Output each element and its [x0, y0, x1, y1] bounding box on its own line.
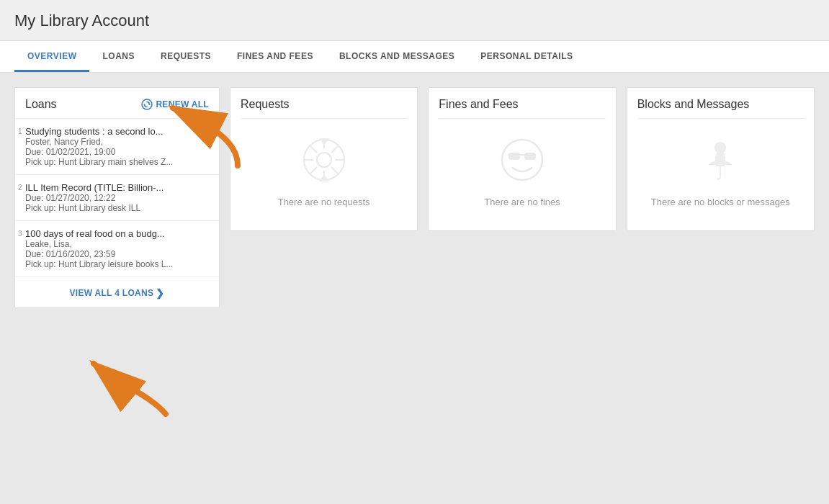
loans-header: Loans RENEW ALL — [15, 88, 219, 119]
requests-empty-icon — [299, 135, 349, 185]
loans-footer: VIEW ALL 4 LOANS ❯ — [15, 277, 219, 307]
loan-item: 2 ILL Item Record (TITLE: Billion-... Du… — [15, 175, 219, 221]
chevron-right-icon: ❯ — [156, 287, 164, 299]
svg-line-12 — [310, 167, 317, 174]
arrow-view-all — [72, 353, 187, 425]
tab-overview[interactable]: OVERVIEW — [14, 41, 89, 72]
loan-title[interactable]: ILL Item Record (TITLE: Billion-... — [25, 182, 209, 193]
svg-point-15 — [502, 140, 542, 180]
header: My Library Account — [0, 0, 829, 41]
renew-all-label: RENEW ALL — [156, 99, 209, 109]
svg-rect-17 — [508, 153, 520, 160]
svg-line-10 — [331, 167, 338, 174]
loan-number: 1 — [18, 127, 22, 135]
loan-number: 2 — [18, 184, 22, 192]
tab-blocks-messages[interactable]: BLOCKS AND MESSAGES — [326, 41, 467, 72]
navigation: OVERVIEW LOANS REQUESTS FINES AND FEES B… — [0, 41, 829, 73]
loan-author: Foster, Nancy Fried, — [25, 137, 209, 147]
svg-marker-2 — [143, 104, 145, 106]
loan-number: 3 — [18, 230, 22, 238]
svg-point-0 — [142, 99, 152, 109]
requests-title: Requests — [241, 98, 407, 119]
page-title: My Library Account — [14, 12, 815, 30]
svg-marker-14 — [319, 138, 329, 145]
svg-marker-13 — [319, 174, 329, 181]
loan-title[interactable]: Studying students : a second lo... — [25, 126, 209, 137]
svg-line-9 — [310, 146, 317, 153]
view-all-label: VIEW ALL 4 LOANS — [69, 288, 153, 298]
svg-point-4 — [317, 153, 331, 167]
view-all-loans-button[interactable]: VIEW ALL 4 LOANS ❯ — [69, 287, 164, 299]
main-content: Loans RENEW ALL 1 Studying students : a … — [0, 73, 829, 323]
svg-marker-1 — [148, 104, 151, 105]
loan-pickup: Pick up: Hunt Library leisure books L... — [25, 259, 209, 269]
blocks-card: Blocks and Messages There are no blocks … — [627, 87, 815, 231]
requests-card: Requests There are no requests — [230, 87, 418, 231]
blocks-empty-icon — [695, 135, 745, 185]
tab-loans[interactable]: LOANS — [89, 41, 148, 72]
loan-pickup: Pick up: Hunt Library main shelves Z... — [25, 157, 209, 167]
fines-title: Fines and Fees — [439, 98, 605, 119]
blocks-empty-text: There are no blocks or messages — [651, 197, 790, 207]
requests-body: There are no requests — [241, 126, 407, 216]
loan-author: Leake, Lisa, — [25, 239, 209, 249]
blocks-title: Blocks and Messages — [637, 98, 804, 119]
tab-requests[interactable]: REQUESTS — [148, 41, 224, 72]
fines-body: There are no fines — [439, 126, 605, 216]
loan-due: Due: 01/27/2020, 12:22 — [25, 193, 209, 203]
loan-item: 3 100 days of real food on a budg... Lea… — [15, 221, 219, 277]
blocks-body: There are no blocks or messages — [637, 126, 804, 216]
renew-all-button[interactable]: RENEW ALL — [141, 99, 209, 110]
svg-line-11 — [331, 146, 338, 153]
fines-card: Fines and Fees There are no fines — [428, 87, 616, 231]
loan-due: Due: 01/02/2021, 19:00 — [25, 147, 209, 157]
loan-item: 1 Studying students : a second lo... Fos… — [15, 119, 219, 175]
tab-personal-details[interactable]: PERSONAL DETAILS — [467, 41, 586, 72]
loan-pickup: Pick up: Hunt Library desk ILL — [25, 203, 209, 213]
loans-title: Loans — [25, 98, 57, 111]
loan-title[interactable]: 100 days of real food on a budg... — [25, 228, 209, 239]
loan-due: Due: 01/16/2020, 23:59 — [25, 249, 209, 259]
tab-fines-fees[interactable]: FINES AND FEES — [224, 41, 326, 72]
fines-empty-text: There are no fines — [484, 197, 560, 207]
loans-card: Loans RENEW ALL 1 Studying students : a … — [14, 87, 220, 308]
svg-rect-18 — [524, 153, 536, 160]
requests-empty-text: There are no requests — [278, 197, 370, 207]
fines-empty-icon — [497, 135, 547, 185]
renew-icon — [141, 99, 153, 110]
